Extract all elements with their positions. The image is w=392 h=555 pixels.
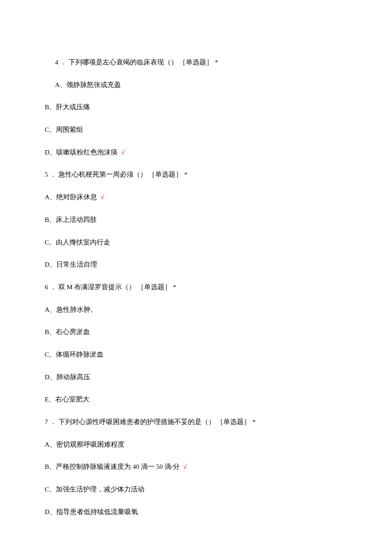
question-dot: ． (60, 58, 67, 66)
question-type-tag: ［单选题］ (179, 58, 213, 66)
option-text: B、严格控制静脉输液速度为 40 滴一 50 滴/分 (45, 463, 180, 470)
question-number: 6 (45, 283, 48, 291)
option-7B: B、严格控制静脉输液速度为 40 滴一 50 滴/分 √ (45, 462, 347, 471)
option-text: E、右心室肥大 (45, 395, 89, 403)
asterisk: * (215, 58, 218, 66)
question-4-stem: 4 ． 下列哪项是左心衰竭的临床表现（） ［单选题］ * (45, 58, 347, 67)
question-7-stem: 7 ． 下列对心源性呼吸困难患者的护理措施不妥的是（） ［单选题］ * (45, 417, 347, 427)
question-type-tag: ［单选题］ (216, 418, 251, 425)
checkmark-icon: √ (183, 463, 187, 470)
option-4D: D、咳嗽咳粉红色泡沫痰 √ (45, 148, 347, 157)
checkmark-icon: √ (121, 148, 125, 156)
option-text: C、加强生活护理，减少体力活动 (45, 485, 144, 493)
option-4B: B、肝大或压痛 (45, 102, 347, 112)
option-text: C、由人搀扶室内行走 (45, 238, 110, 246)
option-6A: A、急性肺水肿。 (45, 305, 347, 314)
question-number: 4 (55, 58, 58, 66)
question-text: 下列对心源性呼吸困难患者的护理措施不妥的是（） (58, 418, 215, 425)
option-7D: D、指导患者低持续低流量吸氧 (45, 507, 347, 517)
option-6B: B、右心房淤血 (45, 327, 347, 337)
question-type-tag: ［单选题］ (148, 171, 182, 178)
option-5C: C、由人搀扶室内行走 (45, 238, 347, 247)
option-text: A、密切观察呼吸困难程度 (45, 441, 124, 448)
option-7A: A、密切观察呼吸困难程度 (45, 440, 347, 449)
option-6D: D、肺动脉高压 (45, 372, 347, 382)
question-text: 急性心机梗死第一周必须（） (58, 171, 147, 178)
question-number: 7 (45, 418, 48, 425)
option-5A: A、绝对卧床休息 √ (45, 192, 347, 202)
question-5-stem: 5 ． 急性心机梗死第一周必须（） ［单选题］ * (45, 170, 347, 179)
option-text: B、右心房淤血 (45, 328, 90, 335)
option-text: C、周围紫组 (45, 126, 83, 133)
option-6E: E、右心室肥大 (45, 395, 347, 404)
option-text: D、指导患者低持续低流量吸氧 (45, 508, 138, 515)
option-text: B、肝大或压痛 (45, 103, 90, 110)
question-6-stem: 6 ． 双 M 布满湿罗音提示（） ［单选题］ * (45, 282, 347, 292)
option-6C: C、体循环静脉淤血 (45, 350, 347, 359)
option-text: D、肺动脉高压 (45, 373, 90, 381)
question-dot: ． (50, 418, 57, 425)
option-text: A、急性肺水肿。 (45, 306, 97, 313)
option-4A: A、颈静脉怒张或充盈 (45, 80, 347, 90)
question-text: 下列哪项是左心衰竭的临床表现（） (69, 58, 178, 66)
question-dot: ． (50, 171, 57, 178)
question-number: 5 (45, 171, 48, 178)
asterisk: * (184, 171, 187, 178)
option-4C: C、周围紫组 (45, 125, 347, 134)
option-text: B、床上活动四肢 (45, 216, 97, 223)
option-5D: D、日常生活自理 (45, 260, 347, 269)
asterisk: * (173, 283, 176, 291)
option-text: D、日常生活自理 (45, 261, 97, 268)
question-type-tag: ［单选题］ (137, 283, 171, 291)
asterisk: * (252, 418, 256, 425)
option-text: D、咳嗽咳粉红色泡沫痰 (45, 148, 118, 156)
question-text: 双 M 布满湿罗音提示（） (58, 283, 136, 291)
option-text: C、体循环静脉淤血 (45, 351, 104, 358)
option-text: A、颈静脉怒张或充盈 (55, 81, 121, 88)
option-7C: C、加强生活护理，减少体力活动 (45, 485, 347, 494)
question-dot: ． (50, 283, 57, 291)
option-5B: B、床上活动四肢 (45, 215, 347, 224)
checkmark-icon: √ (101, 193, 104, 200)
option-text: A、绝对卧床休息 (45, 193, 97, 200)
